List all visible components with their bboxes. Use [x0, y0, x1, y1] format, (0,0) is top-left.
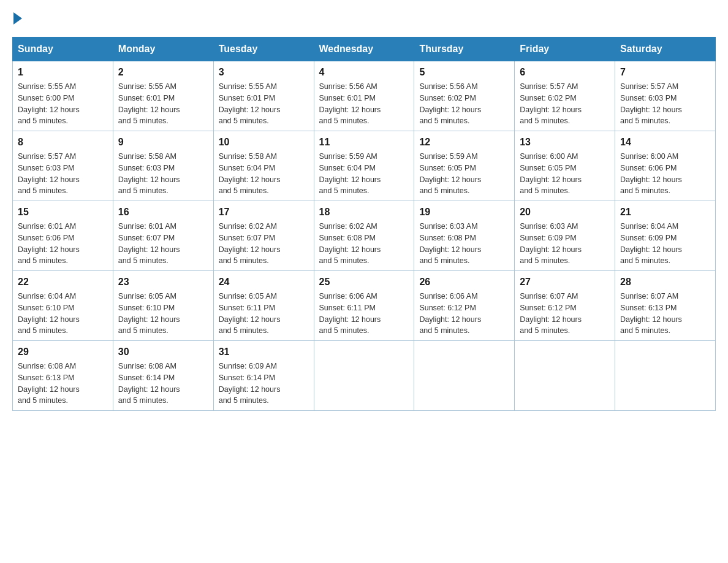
calendar-cell: 10Sunrise: 5:58 AMSunset: 6:04 PMDayligh…: [213, 131, 314, 201]
day-info: Sunrise: 5:57 AMSunset: 6:03 PMDaylight:…: [620, 81, 710, 127]
calendar-cell: [515, 341, 615, 411]
calendar-cell: 20Sunrise: 6:03 AMSunset: 6:09 PMDayligh…: [515, 201, 615, 271]
day-info: Sunrise: 5:58 AMSunset: 6:03 PMDaylight:…: [118, 151, 208, 197]
calendar-cell: 30Sunrise: 6:08 AMSunset: 6:14 PMDayligh…: [113, 341, 213, 411]
day-info: Sunrise: 6:02 AMSunset: 6:08 PMDaylight:…: [319, 221, 409, 267]
day-number: 5: [419, 65, 509, 80]
header-friday: Friday: [515, 37, 615, 61]
calendar-cell: 25Sunrise: 6:06 AMSunset: 6:11 PMDayligh…: [314, 271, 414, 341]
day-number: 15: [18, 205, 108, 220]
day-number: 1: [18, 65, 108, 80]
day-number: 12: [419, 135, 509, 150]
day-number: 19: [419, 205, 509, 220]
calendar-cell: 16Sunrise: 6:01 AMSunset: 6:07 PMDayligh…: [113, 201, 213, 271]
day-number: 9: [118, 135, 208, 150]
day-number: 21: [620, 205, 710, 220]
day-info: Sunrise: 6:04 AMSunset: 6:10 PMDaylight:…: [18, 291, 108, 337]
day-number: 31: [219, 345, 309, 359]
calendar-cell: 12Sunrise: 5:59 AMSunset: 6:05 PMDayligh…: [414, 131, 515, 201]
page-header: [12, 12, 716, 25]
day-number: 2: [118, 65, 208, 80]
day-number: 11: [319, 135, 409, 150]
header-monday: Monday: [113, 37, 213, 61]
day-number: 4: [319, 65, 409, 80]
day-number: 17: [219, 205, 309, 220]
calendar-cell: 22Sunrise: 6:04 AMSunset: 6:10 PMDayligh…: [13, 271, 113, 341]
calendar-cell: 11Sunrise: 5:59 AMSunset: 6:04 PMDayligh…: [314, 131, 414, 201]
calendar-cell: 2Sunrise: 5:55 AMSunset: 6:01 PMDaylight…: [113, 61, 213, 131]
week-row-1: 1Sunrise: 5:55 AMSunset: 6:00 PMDaylight…: [13, 61, 716, 131]
day-number: 23: [118, 275, 208, 289]
logo-text: [12, 12, 23, 25]
calendar-cell: 21Sunrise: 6:04 AMSunset: 6:09 PMDayligh…: [615, 201, 716, 271]
day-number: 14: [620, 135, 710, 150]
day-info: Sunrise: 5:57 AMSunset: 6:02 PMDaylight:…: [520, 81, 610, 127]
calendar-cell: 17Sunrise: 6:02 AMSunset: 6:07 PMDayligh…: [213, 201, 314, 271]
day-info: Sunrise: 5:56 AMSunset: 6:01 PMDaylight:…: [319, 81, 409, 127]
day-info: Sunrise: 6:08 AMSunset: 6:14 PMDaylight:…: [118, 361, 208, 407]
header-tuesday: Tuesday: [213, 37, 314, 61]
day-info: Sunrise: 6:06 AMSunset: 6:11 PMDaylight:…: [319, 291, 409, 337]
day-info: Sunrise: 6:00 AMSunset: 6:05 PMDaylight:…: [520, 151, 610, 197]
calendar-cell: 14Sunrise: 6:00 AMSunset: 6:06 PMDayligh…: [615, 131, 716, 201]
calendar-cell: 6Sunrise: 5:57 AMSunset: 6:02 PMDaylight…: [515, 61, 615, 131]
day-number: 27: [520, 275, 610, 289]
calendar-cell: 18Sunrise: 6:02 AMSunset: 6:08 PMDayligh…: [314, 201, 414, 271]
day-number: 22: [18, 275, 108, 289]
calendar-cell: [615, 341, 716, 411]
calendar-cell: 27Sunrise: 6:07 AMSunset: 6:12 PMDayligh…: [515, 271, 615, 341]
day-info: Sunrise: 6:03 AMSunset: 6:08 PMDaylight:…: [419, 221, 509, 267]
calendar-cell: 24Sunrise: 6:05 AMSunset: 6:11 PMDayligh…: [213, 271, 314, 341]
day-number: 26: [419, 275, 509, 289]
calendar-cell: 29Sunrise: 6:08 AMSunset: 6:13 PMDayligh…: [13, 341, 113, 411]
day-info: Sunrise: 6:04 AMSunset: 6:09 PMDaylight:…: [620, 221, 710, 267]
day-number: 18: [319, 205, 409, 220]
day-info: Sunrise: 5:59 AMSunset: 6:05 PMDaylight:…: [419, 151, 509, 197]
calendar-cell: 28Sunrise: 6:07 AMSunset: 6:13 PMDayligh…: [615, 271, 716, 341]
calendar-cell: 26Sunrise: 6:06 AMSunset: 6:12 PMDayligh…: [414, 271, 515, 341]
week-row-4: 22Sunrise: 6:04 AMSunset: 6:10 PMDayligh…: [13, 271, 716, 341]
day-info: Sunrise: 6:05 AMSunset: 6:10 PMDaylight:…: [118, 291, 208, 337]
calendar-cell: 9Sunrise: 5:58 AMSunset: 6:03 PMDaylight…: [113, 131, 213, 201]
day-number: 3: [219, 65, 309, 80]
logo: [12, 12, 23, 25]
day-number: 28: [620, 275, 710, 289]
day-info: Sunrise: 6:03 AMSunset: 6:09 PMDaylight:…: [520, 221, 610, 267]
day-info: Sunrise: 6:07 AMSunset: 6:12 PMDaylight:…: [520, 291, 610, 337]
day-number: 8: [18, 135, 108, 150]
day-info: Sunrise: 6:05 AMSunset: 6:11 PMDaylight:…: [219, 291, 309, 337]
calendar-header-row: SundayMondayTuesdayWednesdayThursdayFrid…: [13, 37, 716, 61]
day-info: Sunrise: 6:07 AMSunset: 6:13 PMDaylight:…: [620, 291, 710, 337]
day-number: 25: [319, 275, 409, 289]
header-wednesday: Wednesday: [314, 37, 414, 61]
calendar-cell: 23Sunrise: 6:05 AMSunset: 6:10 PMDayligh…: [113, 271, 213, 341]
week-row-2: 8Sunrise: 5:57 AMSunset: 6:03 PMDaylight…: [13, 131, 716, 201]
day-info: Sunrise: 6:09 AMSunset: 6:14 PMDaylight:…: [219, 361, 309, 407]
header-thursday: Thursday: [414, 37, 515, 61]
calendar-cell: 1Sunrise: 5:55 AMSunset: 6:00 PMDaylight…: [13, 61, 113, 131]
day-info: Sunrise: 5:55 AMSunset: 6:00 PMDaylight:…: [18, 81, 108, 127]
calendar-table: SundayMondayTuesdayWednesdayThursdayFrid…: [12, 37, 716, 411]
day-number: 29: [18, 345, 108, 359]
header-saturday: Saturday: [615, 37, 716, 61]
calendar-cell: 15Sunrise: 6:01 AMSunset: 6:06 PMDayligh…: [13, 201, 113, 271]
day-info: Sunrise: 5:55 AMSunset: 6:01 PMDaylight:…: [219, 81, 309, 127]
calendar-cell: [314, 341, 414, 411]
calendar-cell: 5Sunrise: 5:56 AMSunset: 6:02 PMDaylight…: [414, 61, 515, 131]
header-sunday: Sunday: [13, 37, 113, 61]
calendar-cell: [414, 341, 515, 411]
day-info: Sunrise: 5:58 AMSunset: 6:04 PMDaylight:…: [219, 151, 309, 197]
day-info: Sunrise: 6:02 AMSunset: 6:07 PMDaylight:…: [219, 221, 309, 267]
calendar-cell: 4Sunrise: 5:56 AMSunset: 6:01 PMDaylight…: [314, 61, 414, 131]
week-row-5: 29Sunrise: 6:08 AMSunset: 6:13 PMDayligh…: [13, 341, 716, 411]
day-number: 24: [219, 275, 309, 289]
day-number: 16: [118, 205, 208, 220]
day-number: 30: [118, 345, 208, 359]
day-info: Sunrise: 5:59 AMSunset: 6:04 PMDaylight:…: [319, 151, 409, 197]
day-info: Sunrise: 6:06 AMSunset: 6:12 PMDaylight:…: [419, 291, 509, 337]
day-info: Sunrise: 5:56 AMSunset: 6:02 PMDaylight:…: [419, 81, 509, 127]
calendar-cell: 7Sunrise: 5:57 AMSunset: 6:03 PMDaylight…: [615, 61, 716, 131]
day-info: Sunrise: 5:55 AMSunset: 6:01 PMDaylight:…: [118, 81, 208, 127]
calendar-cell: 13Sunrise: 6:00 AMSunset: 6:05 PMDayligh…: [515, 131, 615, 201]
day-number: 10: [219, 135, 309, 150]
